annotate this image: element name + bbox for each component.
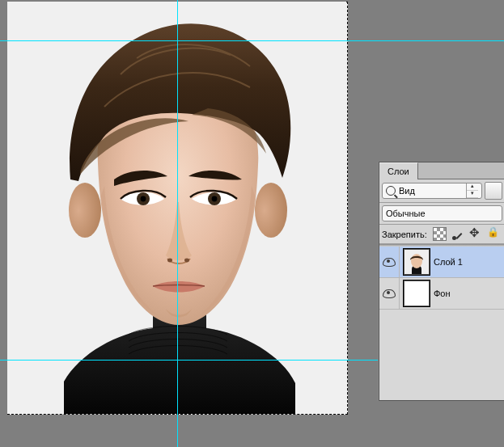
blend-mode-combo[interactable]: Обычные xyxy=(382,205,502,221)
stepper-icon: ▴▾ xyxy=(466,183,478,198)
lock-image-pixels-icon[interactable] xyxy=(452,229,464,240)
lock-row: Закрепить: xyxy=(379,225,504,244)
guide-horizontal[interactable] xyxy=(0,40,504,41)
eye-icon xyxy=(383,258,396,267)
filter-label: Вид xyxy=(399,186,463,196)
search-icon xyxy=(386,186,396,196)
svg-point-7 xyxy=(167,259,172,263)
document-window xyxy=(0,0,351,447)
visibility-toggle[interactable] xyxy=(379,247,400,277)
blend-mode-row: Обычные xyxy=(379,203,504,225)
layer-name[interactable]: Фон xyxy=(434,289,504,298)
layer-row[interactable]: Слой 1 xyxy=(379,247,504,278)
lock-label: Закрепить: xyxy=(382,230,427,239)
layers-panel: Слои Вид ▴▾ Обычные Закрепить: xyxy=(379,162,504,401)
svg-point-10 xyxy=(411,254,422,268)
lock-position-icon[interactable] xyxy=(469,228,481,240)
svg-point-1 xyxy=(69,183,101,238)
lock-all-icon[interactable] xyxy=(487,228,499,240)
guide-vertical[interactable] xyxy=(177,0,178,447)
layer-name[interactable]: Слой 1 xyxy=(434,257,504,267)
layer-row[interactable]: Фон xyxy=(379,278,504,310)
visibility-toggle[interactable] xyxy=(379,278,400,309)
eye-icon xyxy=(383,289,396,298)
svg-point-8 xyxy=(184,259,189,263)
layer-thumbnail[interactable] xyxy=(404,249,430,275)
tabs-spacer xyxy=(418,162,504,179)
svg-point-2 xyxy=(255,183,287,238)
layer-filter-row: Вид ▴▾ xyxy=(379,179,504,203)
tab-layers[interactable]: Слои xyxy=(379,162,418,179)
layer-filter-combo[interactable]: Вид ▴▾ xyxy=(382,183,482,199)
layer-thumbnail[interactable] xyxy=(404,280,430,306)
blend-mode-value: Обычные xyxy=(386,209,498,218)
svg-point-6 xyxy=(212,196,218,202)
svg-point-4 xyxy=(141,196,146,202)
panel-tabs: Слои xyxy=(379,162,504,179)
tab-label: Слои xyxy=(388,167,409,176)
filter-type-button[interactable] xyxy=(485,182,502,200)
lock-transparent-pixels-icon[interactable] xyxy=(433,227,447,241)
layers-list: Слой 1 Фон xyxy=(379,247,504,400)
app-workspace: Слои Вид ▴▾ Обычные Закрепить: xyxy=(0,0,504,447)
